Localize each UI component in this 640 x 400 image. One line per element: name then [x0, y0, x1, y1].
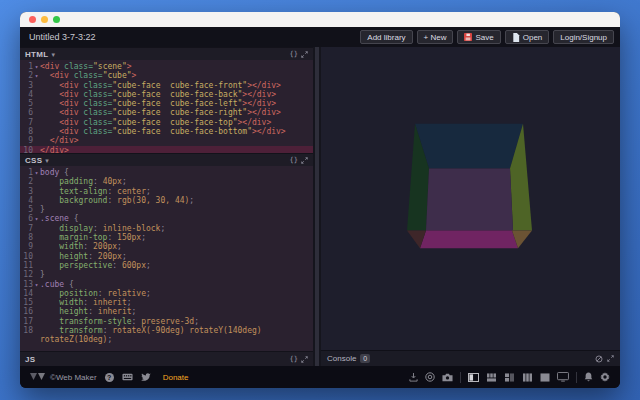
code-line[interactable]: 3 <div class="cube-face cube-face-front"…: [20, 81, 313, 90]
maximize-window-button[interactable]: [53, 16, 60, 23]
code-line[interactable]: 3 text-align: center;: [20, 187, 313, 196]
code-line[interactable]: 2 padding: 40px;: [20, 177, 313, 186]
open-label: Open: [523, 33, 543, 42]
open-button[interactable]: Open: [505, 30, 550, 44]
code-line[interactable]: 1▾body {: [20, 168, 313, 177]
login-signup-button[interactable]: Login/Signup: [553, 30, 614, 44]
code-line[interactable]: 4 background: rgb(30, 30, 44);: [20, 196, 313, 205]
console-count-badge: 0: [360, 354, 370, 363]
cube-face-bottom: [420, 230, 518, 248]
app-header: Untitled 3-7-3:22 Add library + New Save: [20, 27, 620, 47]
code-line[interactable]: 10</div>: [20, 146, 313, 153]
code-line[interactable]: 1▾<div class="scene">: [20, 62, 313, 71]
code-line[interactable]: 6 <div class="cube-face cube-face-right"…: [20, 108, 313, 117]
minimize-window-button[interactable]: [41, 16, 48, 23]
detach-preview-icon[interactable]: [557, 372, 569, 382]
html-pane: HTML ▾ {} 1▾<div class="scene">2▾ <div c…: [20, 47, 313, 153]
code-line[interactable]: 17 transform-style: preserve-3d;: [20, 317, 313, 326]
save-label: Save: [475, 33, 493, 42]
keyboard-shortcuts-icon[interactable]: [122, 373, 133, 381]
html-code-editor[interactable]: 1▾<div class="scene">2▾ <div class="cube…: [20, 60, 313, 153]
preview-pane: [321, 47, 620, 350]
donate-link[interactable]: Donate: [163, 373, 189, 382]
code-line[interactable]: 18 transform: rotateX(-90deg) rotateY(14…: [20, 326, 313, 335]
html-pane-label[interactable]: HTML: [25, 50, 48, 59]
app-window: Untitled 3-7-3:22 Add library + New Save: [20, 12, 620, 388]
layout-full-preview-icon[interactable]: [540, 373, 550, 382]
css-pane: CSS ▾ {} 1▾body {2 padding: 40px;3 text-…: [20, 153, 313, 351]
add-library-button[interactable]: Add library: [360, 30, 412, 44]
new-label: + New: [424, 33, 447, 42]
document-title[interactable]: Untitled 3-7-3:22: [29, 32, 96, 42]
beautify-code-icon[interactable]: {}: [290, 50, 298, 58]
code-line[interactable]: 4 <div class="cube-face cube-face-back">…: [20, 90, 313, 99]
code-line[interactable]: 15 width: inherit;: [20, 298, 313, 307]
macos-titlebar: [20, 12, 620, 27]
js-pane: JS {}: [20, 351, 313, 366]
code-line[interactable]: rotateZ(10deg);: [20, 335, 313, 344]
code-line[interactable]: 9 </div>: [20, 136, 313, 145]
clear-console-icon[interactable]: [595, 355, 603, 363]
preview-column: Console 0: [321, 47, 620, 366]
twitter-icon[interactable]: [141, 373, 151, 381]
save-button[interactable]: Save: [457, 30, 500, 44]
chevron-down-icon[interactable]: ▾: [45, 157, 49, 164]
expand-console-icon[interactable]: [607, 355, 614, 362]
notifications-bell-icon[interactable]: [584, 372, 593, 382]
code-fold-icon[interactable]: ▾: [33, 214, 40, 223]
split-resizer[interactable]: [313, 47, 321, 366]
code-line[interactable]: 12}: [20, 270, 313, 279]
expand-pane-icon[interactable]: [301, 157, 308, 164]
code-line[interactable]: 11 perspective: 600px;: [20, 261, 313, 270]
css-pane-label[interactable]: CSS: [25, 156, 42, 165]
download-export-icon[interactable]: [409, 373, 418, 382]
js-pane-label[interactable]: JS: [25, 355, 35, 364]
code-line[interactable]: 8 margin-top: 150px;: [20, 233, 313, 242]
webmaker-logo-icon: [30, 373, 46, 381]
beautify-code-icon[interactable]: {}: [290, 156, 298, 164]
help-icon[interactable]: ?: [105, 373, 114, 382]
footer-tools: [409, 372, 610, 383]
code-line[interactable]: 7 <div class="cube-face cube-face-top"><…: [20, 118, 313, 127]
desktop-background: Untitled 3-7-3:22 Add library + New Save: [0, 0, 640, 400]
console-label: Console: [327, 354, 356, 363]
code-line[interactable]: 8 <div class="cube-face cube-face-bottom…: [20, 127, 313, 136]
code-line[interactable]: 6▾.scene {: [20, 214, 313, 223]
layout-columns-icon[interactable]: [522, 373, 533, 382]
code-line[interactable]: 14 position: relative;: [20, 289, 313, 298]
code-line[interactable]: 2▾ <div class="cube">: [20, 71, 313, 80]
settings-gear-icon[interactable]: [600, 372, 610, 382]
header-actions: Add library + New Save: [360, 30, 614, 44]
screenshot-camera-icon[interactable]: [442, 373, 453, 382]
code-line[interactable]: 9 width: 200px;: [20, 242, 313, 251]
code-line[interactable]: 10 height: 200px;: [20, 252, 313, 261]
code-line[interactable]: 13▾.cube {: [20, 280, 313, 289]
code-fold-icon[interactable]: ▾: [33, 62, 40, 71]
layout-editor-bottom-icon[interactable]: [486, 373, 497, 382]
css-pane-header: CSS ▾ {}: [20, 153, 313, 166]
save-floppy-icon: [464, 33, 472, 41]
js-pane-header: JS {}: [20, 351, 313, 366]
new-button[interactable]: + New: [417, 30, 454, 44]
editor-column: HTML ▾ {} 1▾<div class="scene">2▾ <div c…: [20, 47, 313, 366]
code-line[interactable]: 5}: [20, 205, 313, 214]
css-cube-preview: [321, 47, 620, 350]
code-line[interactable]: 5 <div class="cube-face cube-face-left">…: [20, 99, 313, 108]
code-fold-icon[interactable]: ▾: [33, 168, 40, 177]
code-line[interactable]: 7 display: inline-block;: [20, 224, 313, 233]
css-code-editor[interactable]: 1▾body {2 padding: 40px;3 text-align: ce…: [20, 166, 313, 351]
code-fold-icon[interactable]: ▾: [33, 71, 40, 80]
layout-editor-split-icon[interactable]: [504, 373, 515, 382]
close-window-button[interactable]: [29, 16, 36, 23]
expand-pane-icon[interactable]: [301, 51, 308, 58]
expand-pane-icon[interactable]: [301, 356, 308, 363]
status-bar: ©Web Maker ? Donate: [20, 366, 620, 388]
codepen-export-icon[interactable]: [425, 372, 435, 382]
console-bar[interactable]: Console 0: [321, 350, 620, 366]
code-line[interactable]: 16 height: inherit;: [20, 307, 313, 316]
brand: ©Web Maker: [30, 373, 97, 382]
beautify-code-icon[interactable]: {}: [290, 355, 298, 363]
chevron-down-icon[interactable]: ▾: [51, 51, 55, 58]
layout-editor-left-icon[interactable]: [468, 373, 479, 382]
code-fold-icon[interactable]: ▾: [33, 280, 40, 289]
